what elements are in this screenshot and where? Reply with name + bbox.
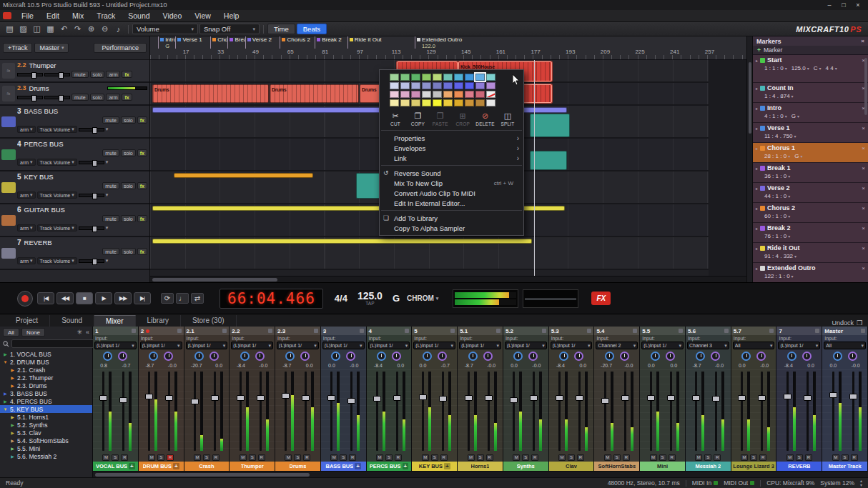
undock-button[interactable]: Undock❒ — [832, 319, 864, 327]
mute-button[interactable]: M — [695, 454, 702, 461]
expand-icon[interactable]: ▸ — [756, 246, 758, 251]
aux-fader[interactable] — [621, 395, 629, 401]
track-volume-slider[interactable] — [79, 161, 104, 164]
close-button[interactable]: × — [851, 1, 865, 9]
color-swatch[interactable] — [411, 74, 420, 81]
search-input[interactable] — [11, 339, 96, 348]
menu-item-copy-to-alpha-sampler[interactable]: Copy To Alpha Sampler — [380, 223, 523, 233]
solo-button[interactable]: solo — [90, 94, 105, 101]
marker-position[interactable]: 122 : 1 : 0 — [764, 272, 790, 281]
volume-fader[interactable] — [784, 394, 791, 399]
input-select[interactable]: (L)Input 1/▾ — [140, 342, 182, 349]
time-mode-button[interactable]: Time — [267, 24, 295, 34]
paste-button[interactable]: ❒PASTE — [430, 111, 450, 126]
aux-fader[interactable] — [712, 396, 720, 402]
add-sub-track-button[interactable]: + — [355, 463, 361, 469]
solo-button[interactable]: S — [613, 454, 621, 461]
marker-ride-it-out[interactable]: ▸Ride it Out×91 : 4 . 332▾ — [753, 243, 868, 263]
mute-button[interactable]: M — [285, 454, 292, 461]
mixer-strip-softhornstabs[interactable]: 5.4Input:Channel 2▾-20.7-0.0MSRSoftHornS… — [594, 327, 640, 471]
markers-scrollbar[interactable] — [864, 58, 867, 115]
expand-icon[interactable]: ▸ — [756, 166, 758, 171]
track-name[interactable]: PERCS BUS — [24, 140, 64, 148]
send-knob[interactable] — [240, 352, 250, 361]
strip-name-plate[interactable]: Mini — [640, 462, 685, 471]
pan-knob[interactable] — [848, 352, 857, 361]
solo-button[interactable]: solo — [121, 116, 136, 124]
mixer-strip-drums[interactable]: 2.3Input:(L)Input 1/▾-8.70.0MSRDrums — [275, 327, 321, 471]
color-swatch[interactable] — [454, 91, 463, 98]
scale-select[interactable]: CHROM▾ — [407, 294, 438, 302]
mute-button[interactable]: M — [558, 454, 566, 461]
menu-item-edit-in-external-editor[interactable]: Edit In External Editor... — [380, 198, 523, 208]
send-knob[interactable] — [787, 352, 797, 361]
automation-expand-icon[interactable]: ▾ — [106, 126, 109, 132]
aux-fader[interactable] — [576, 395, 583, 401]
fx-button[interactable]: fx — [122, 94, 132, 101]
track-name[interactable]: BASS BUS — [24, 107, 59, 115]
mixer-strip-key-bus[interactable]: 5Input:(L)Input 1/▾0.0-0.7MSRKEY BUS+ — [412, 327, 458, 471]
arm-button[interactable]: arm▾ — [17, 126, 36, 133]
menu-item-add-to-library[interactable]: ❏Add To Library — [380, 213, 523, 223]
midi-icon[interactable]: ♪ — [112, 24, 124, 35]
strip-name-plate[interactable]: PERCS BUS+ — [367, 462, 412, 471]
mixer-scrollbar[interactable] — [93, 471, 868, 477]
aux-fader[interactable] — [257, 395, 265, 401]
delete-marker-button[interactable]: × — [862, 145, 865, 151]
tree-item-2-1-crash[interactable]: ▶2.1. Crash — [0, 366, 92, 374]
fx-button[interactable]: fx — [137, 149, 147, 156]
strip-name-plate[interactable]: Synths — [503, 462, 548, 471]
pan-knob[interactable] — [438, 352, 447, 361]
marker-extra-value[interactable]: 125.0 — [791, 64, 806, 73]
volume-fader[interactable] — [419, 394, 427, 400]
expand-icon[interactable]: ▶ — [10, 375, 15, 380]
marker-extra-value[interactable]: G — [791, 112, 796, 121]
solo-button[interactable]: solo — [121, 182, 136, 189]
track-name[interactable]: Drums — [29, 84, 49, 92]
mixer-strip-synths[interactable]: 5.2Input:(L)Input 1/▾0.0-0.0MSRSynths — [503, 327, 549, 471]
delete-marker-button[interactable]: × — [862, 165, 865, 171]
input-select[interactable]: (L)Input 1/▾ — [641, 342, 684, 349]
color-swatch[interactable] — [486, 74, 495, 81]
expand-icon[interactable]: ▶ — [3, 391, 8, 396]
fx-button[interactable]: fx — [137, 182, 147, 189]
menu-item-envelopes[interactable]: Envelopes› — [380, 143, 523, 153]
aux-fader[interactable] — [758, 395, 766, 401]
track-header-key-bus[interactable]: 5KEY BUSmutesolofxarm▾Track Volume▾▾ — [0, 171, 149, 204]
input-select[interactable]: (L)Input 1/▾ — [186, 342, 228, 349]
clip[interactable] — [152, 239, 532, 244]
tab-sound[interactable]: Sound — [50, 315, 94, 327]
solo-button[interactable]: solo — [121, 248, 136, 255]
timeline-ruler[interactable]: 1733496581971131291451611771932092252412… — [150, 36, 746, 60]
aux-fader[interactable] — [211, 395, 219, 401]
marker-position[interactable]: 4 : 1 : 0 — [764, 112, 784, 121]
marker-position[interactable]: 28 : 1 : 0 — [764, 152, 786, 161]
scrollbar-thumb[interactable] — [749, 62, 751, 134]
tab-mixer[interactable]: Mixer — [94, 315, 135, 327]
track-name[interactable]: Thumper — [29, 61, 56, 69]
track-volume-slider[interactable] — [79, 194, 104, 197]
solo-button[interactable]: S — [249, 454, 256, 461]
pan-knob[interactable] — [255, 352, 265, 361]
input-select[interactable]: (L)Input 1/▾ — [368, 342, 410, 349]
color-swatch[interactable] — [433, 91, 442, 98]
menu-view[interactable]: View — [188, 10, 217, 21]
color-swatch[interactable] — [454, 99, 463, 106]
add-sub-track-button[interactable]: + — [173, 463, 179, 469]
ruler-marker-chorus-2[interactable]: Chorus 2 — [280, 36, 312, 49]
collapse-strip-button[interactable] — [679, 329, 683, 333]
strip-name-plate[interactable]: VOCAL BUS+ — [93, 462, 138, 471]
select-none-button[interactable]: None — [21, 328, 45, 337]
send-knob[interactable] — [605, 352, 614, 361]
mixer-strip-reverb[interactable]: 7Input:(L)Input 1/▾-8.40.0MSRREVERB — [776, 327, 822, 471]
mix-down-icon[interactable]: ▦ — [44, 24, 56, 35]
mute-button[interactable]: M — [604, 454, 611, 461]
no-color-swatch[interactable] — [486, 91, 495, 98]
color-swatch[interactable] — [400, 99, 410, 106]
marker-extended-outro[interactable]: ▸Extended Outro×122 : 1 : 0▾ — [753, 263, 868, 282]
color-swatch[interactable] — [390, 74, 399, 81]
color-swatch[interactable] — [400, 82, 410, 89]
aux-fader[interactable] — [849, 394, 857, 399]
arm-button[interactable]: R — [759, 454, 766, 461]
select-all-button[interactable]: All — [3, 328, 19, 337]
